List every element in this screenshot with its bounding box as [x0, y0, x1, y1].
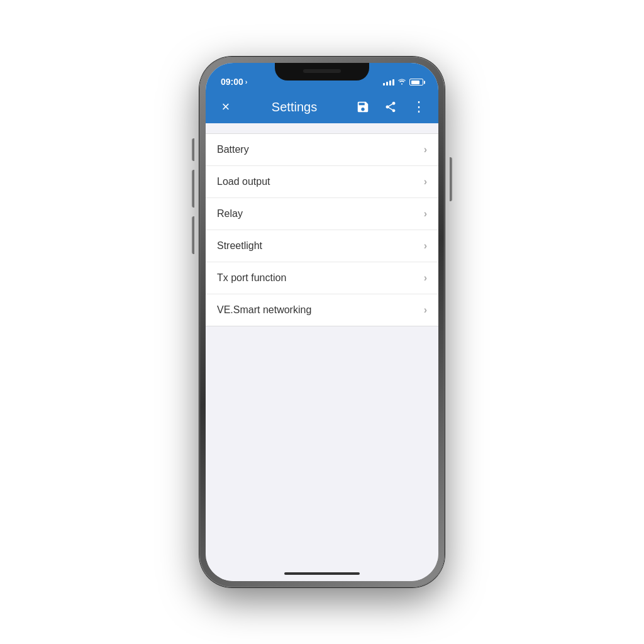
home-indicator[interactable] — [284, 572, 360, 575]
menu-item-streetlight[interactable]: Streetlight› — [206, 230, 438, 262]
signal-bar-4 — [392, 79, 394, 86]
signal-bar-1 — [383, 83, 385, 86]
app-bar: × Settings ⋮ — [206, 91, 438, 123]
status-time: 09:00 › — [221, 77, 247, 87]
main-content: Battery›Load output›Relay›Streetlight›Tx… — [206, 123, 438, 581]
settings-list: Battery›Load output›Relay›Streetlight›Tx… — [206, 133, 438, 326]
menu-item-ve-smart[interactable]: VE.Smart networking› — [206, 294, 438, 326]
menu-item-label-ve-smart: VE.Smart networking — [217, 304, 311, 316]
menu-item-tx-port[interactable]: Tx port function› — [206, 262, 438, 294]
menu-item-label-battery: Battery — [217, 144, 249, 155]
signal-bar-3 — [389, 80, 391, 86]
save-button[interactable] — [353, 97, 373, 117]
share-button[interactable] — [380, 97, 401, 117]
power-button — [450, 157, 452, 201]
chevron-icon-relay: › — [424, 208, 427, 219]
menu-item-battery[interactable]: Battery› — [206, 134, 438, 166]
chevron-icon-tx-port: › — [424, 272, 427, 284]
chevron-icon-ve-smart: › — [424, 304, 427, 316]
menu-item-relay[interactable]: Relay› — [206, 198, 438, 230]
location-icon: › — [245, 78, 248, 86]
signal-bar-2 — [386, 82, 388, 86]
section-spacer — [206, 123, 438, 133]
menu-item-label-load-output: Load output — [217, 176, 270, 187]
menu-item-label-streetlight: Streetlight — [217, 240, 262, 252]
status-icons — [383, 77, 423, 87]
notch — [275, 63, 369, 80]
chevron-icon-streetlight: › — [424, 240, 427, 252]
battery-fill — [411, 80, 420, 84]
mute-button — [192, 138, 194, 161]
share-icon — [384, 101, 397, 113]
phone-screen: 09:00 › — [206, 63, 438, 581]
close-icon: × — [222, 99, 230, 115]
time-display: 09:00 — [221, 77, 243, 87]
battery-icon — [409, 79, 423, 86]
wifi-icon — [397, 77, 406, 87]
signal-bars — [383, 79, 394, 86]
menu-item-label-relay: Relay — [217, 208, 243, 219]
more-button[interactable]: ⋮ — [408, 97, 428, 117]
chevron-icon-battery: › — [424, 144, 427, 155]
phone-frame: 09:00 › — [199, 57, 445, 587]
more-icon: ⋮ — [412, 99, 425, 115]
save-icon — [356, 100, 370, 114]
close-button[interactable]: × — [216, 97, 236, 117]
page-title: Settings — [243, 100, 345, 114]
chevron-icon-load-output: › — [424, 176, 427, 187]
volume-down-button — [192, 216, 194, 254]
volume-up-button — [192, 170, 194, 208]
menu-item-label-tx-port: Tx port function — [217, 272, 286, 284]
menu-item-load-output[interactable]: Load output› — [206, 166, 438, 198]
